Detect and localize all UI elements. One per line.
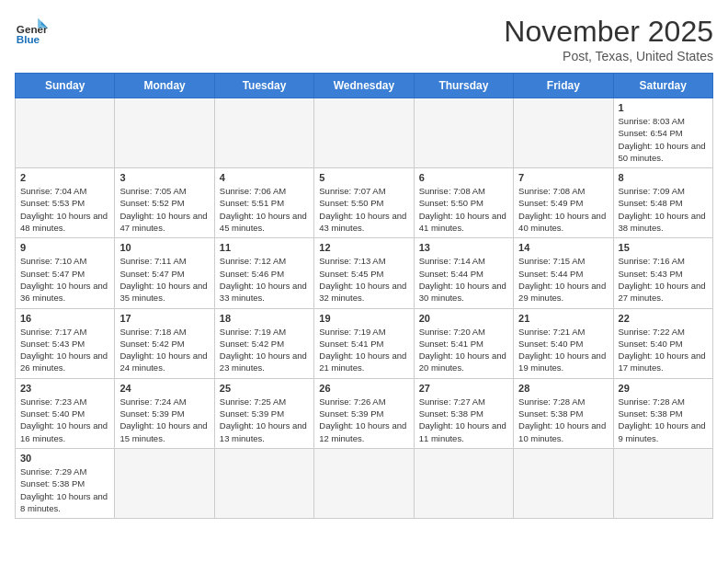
day-info: Sunrise: 7:15 AMSunset: 5:44 PMDaylight:… bbox=[518, 255, 608, 304]
calendar-day-cell: 28Sunrise: 7:28 AMSunset: 5:38 PMDayligh… bbox=[514, 378, 613, 448]
calendar-day-cell bbox=[214, 98, 313, 168]
calendar-day-cell: 2Sunrise: 7:04 AMSunset: 5:53 PMDaylight… bbox=[16, 168, 115, 238]
day-number: 7 bbox=[518, 172, 608, 183]
day-info: Sunrise: 7:08 AMSunset: 5:50 PMDaylight:… bbox=[419, 185, 508, 234]
calendar-week-row: 16Sunrise: 7:17 AMSunset: 5:43 PMDayligh… bbox=[16, 308, 713, 378]
day-number: 25 bbox=[220, 383, 309, 394]
calendar-day-cell bbox=[514, 98, 613, 168]
day-info: Sunrise: 8:03 AMSunset: 6:54 PMDaylight:… bbox=[619, 115, 708, 164]
calendar-week-row: 9Sunrise: 7:10 AMSunset: 5:47 PMDaylight… bbox=[16, 238, 713, 308]
day-number: 6 bbox=[419, 172, 508, 183]
day-number: 19 bbox=[319, 313, 408, 324]
calendar-day-cell: 20Sunrise: 7:20 AMSunset: 5:41 PMDayligh… bbox=[414, 308, 513, 378]
calendar-day-cell: 24Sunrise: 7:24 AMSunset: 5:39 PMDayligh… bbox=[115, 378, 214, 448]
calendar-day-cell: 17Sunrise: 7:18 AMSunset: 5:42 PMDayligh… bbox=[115, 308, 214, 378]
day-info: Sunrise: 7:27 AMSunset: 5:38 PMDaylight:… bbox=[419, 396, 508, 444]
calendar-day-cell: 9Sunrise: 7:10 AMSunset: 5:47 PMDaylight… bbox=[16, 238, 115, 308]
calendar-table: SundayMondayTuesdayWednesdayThursdayFrid… bbox=[15, 73, 713, 519]
day-info: Sunrise: 7:26 AMSunset: 5:39 PMDaylight:… bbox=[319, 396, 408, 444]
day-info: Sunrise: 7:08 AMSunset: 5:49 PMDaylight:… bbox=[518, 185, 608, 234]
calendar-day-cell: 1Sunrise: 8:03 AMSunset: 6:54 PMDaylight… bbox=[613, 98, 712, 168]
day-number: 2 bbox=[20, 172, 109, 183]
month-title: November 2025 bbox=[504, 15, 713, 49]
calendar-day-cell: 27Sunrise: 7:27 AMSunset: 5:38 PMDayligh… bbox=[414, 378, 513, 448]
calendar-day-cell: 7Sunrise: 7:08 AMSunset: 5:49 PMDaylight… bbox=[514, 168, 613, 238]
calendar-day-cell: 14Sunrise: 7:15 AMSunset: 5:44 PMDayligh… bbox=[514, 238, 613, 308]
calendar-day-cell bbox=[115, 448, 214, 518]
calendar-day-cell: 30Sunrise: 7:29 AMSunset: 5:38 PMDayligh… bbox=[16, 448, 115, 518]
day-info: Sunrise: 7:28 AMSunset: 5:38 PMDaylight:… bbox=[518, 396, 608, 444]
weekday-header-row: SundayMondayTuesdayWednesdayThursdayFrid… bbox=[16, 74, 713, 98]
calendar-day-cell: 13Sunrise: 7:14 AMSunset: 5:44 PMDayligh… bbox=[414, 238, 513, 308]
calendar-day-cell: 11Sunrise: 7:12 AMSunset: 5:46 PMDayligh… bbox=[214, 238, 313, 308]
day-number: 16 bbox=[20, 313, 109, 324]
day-info: Sunrise: 7:12 AMSunset: 5:46 PMDaylight:… bbox=[220, 255, 309, 304]
day-number: 14 bbox=[518, 242, 608, 253]
calendar-day-cell bbox=[16, 98, 115, 168]
calendar-day-cell: 16Sunrise: 7:17 AMSunset: 5:43 PMDayligh… bbox=[16, 308, 115, 378]
day-number: 10 bbox=[119, 242, 209, 253]
calendar-day-cell: 12Sunrise: 7:13 AMSunset: 5:45 PMDayligh… bbox=[314, 238, 414, 308]
day-info: Sunrise: 7:19 AMSunset: 5:41 PMDaylight:… bbox=[319, 326, 408, 374]
day-info: Sunrise: 7:29 AMSunset: 5:38 PMDaylight:… bbox=[20, 465, 109, 514]
calendar-day-cell: 15Sunrise: 7:16 AMSunset: 5:43 PMDayligh… bbox=[613, 238, 712, 308]
day-info: Sunrise: 7:10 AMSunset: 5:47 PMDaylight:… bbox=[20, 255, 109, 304]
calendar-day-cell: 19Sunrise: 7:19 AMSunset: 5:41 PMDayligh… bbox=[314, 308, 414, 378]
day-info: Sunrise: 7:05 AMSunset: 5:52 PMDaylight:… bbox=[119, 185, 209, 234]
weekday-header: Wednesday bbox=[314, 74, 414, 98]
calendar-week-row: 2Sunrise: 7:04 AMSunset: 5:53 PMDaylight… bbox=[16, 168, 713, 238]
day-info: Sunrise: 7:20 AMSunset: 5:41 PMDaylight:… bbox=[419, 326, 508, 374]
location: Post, Texas, United States bbox=[504, 49, 713, 63]
calendar-day-cell: 6Sunrise: 7:08 AMSunset: 5:50 PMDaylight… bbox=[414, 168, 513, 238]
calendar-week-row: 1Sunrise: 8:03 AMSunset: 6:54 PMDaylight… bbox=[16, 98, 713, 168]
calendar-day-cell: 3Sunrise: 7:05 AMSunset: 5:52 PMDaylight… bbox=[115, 168, 214, 238]
calendar-day-cell bbox=[414, 448, 513, 518]
calendar-week-row: 23Sunrise: 7:23 AMSunset: 5:40 PMDayligh… bbox=[16, 378, 713, 448]
calendar-day-cell: 23Sunrise: 7:23 AMSunset: 5:40 PMDayligh… bbox=[16, 378, 115, 448]
day-info: Sunrise: 7:18 AMSunset: 5:42 PMDaylight:… bbox=[119, 326, 209, 374]
day-number: 27 bbox=[419, 383, 508, 394]
title-area: November 2025 Post, Texas, United States bbox=[504, 15, 713, 63]
day-info: Sunrise: 7:25 AMSunset: 5:39 PMDaylight:… bbox=[220, 396, 309, 444]
day-info: Sunrise: 7:04 AMSunset: 5:53 PMDaylight:… bbox=[20, 185, 109, 234]
day-number: 23 bbox=[20, 383, 109, 394]
day-info: Sunrise: 7:19 AMSunset: 5:42 PMDaylight:… bbox=[220, 326, 309, 374]
weekday-header: Sunday bbox=[16, 74, 115, 98]
day-number: 18 bbox=[220, 313, 309, 324]
day-info: Sunrise: 7:09 AMSunset: 5:48 PMDaylight:… bbox=[619, 185, 708, 234]
calendar-day-cell: 10Sunrise: 7:11 AMSunset: 5:47 PMDayligh… bbox=[115, 238, 214, 308]
day-info: Sunrise: 7:21 AMSunset: 5:40 PMDaylight:… bbox=[518, 326, 608, 374]
calendar-week-row: 30Sunrise: 7:29 AMSunset: 5:38 PMDayligh… bbox=[16, 448, 713, 518]
calendar-day-cell: 26Sunrise: 7:26 AMSunset: 5:39 PMDayligh… bbox=[314, 378, 414, 448]
calendar-day-cell: 4Sunrise: 7:06 AMSunset: 5:51 PMDaylight… bbox=[214, 168, 313, 238]
svg-text:Blue: Blue bbox=[17, 33, 40, 45]
calendar-day-cell: 29Sunrise: 7:28 AMSunset: 5:38 PMDayligh… bbox=[613, 378, 712, 448]
day-number: 8 bbox=[619, 172, 708, 183]
day-info: Sunrise: 7:28 AMSunset: 5:38 PMDaylight:… bbox=[619, 396, 708, 444]
day-info: Sunrise: 7:17 AMSunset: 5:43 PMDaylight:… bbox=[20, 326, 109, 374]
day-info: Sunrise: 7:22 AMSunset: 5:40 PMDaylight:… bbox=[619, 326, 708, 374]
calendar-day-cell bbox=[613, 448, 712, 518]
calendar-day-cell bbox=[414, 98, 513, 168]
day-number: 22 bbox=[619, 313, 708, 324]
day-info: Sunrise: 7:07 AMSunset: 5:50 PMDaylight:… bbox=[319, 185, 408, 234]
day-number: 24 bbox=[119, 383, 209, 394]
calendar-day-cell: 5Sunrise: 7:07 AMSunset: 5:50 PMDaylight… bbox=[314, 168, 414, 238]
day-info: Sunrise: 7:11 AMSunset: 5:47 PMDaylight:… bbox=[119, 255, 209, 304]
day-number: 26 bbox=[319, 383, 408, 394]
day-number: 4 bbox=[220, 172, 309, 183]
day-info: Sunrise: 7:24 AMSunset: 5:39 PMDaylight:… bbox=[119, 396, 209, 444]
calendar-day-cell: 22Sunrise: 7:22 AMSunset: 5:40 PMDayligh… bbox=[613, 308, 712, 378]
calendar-day-cell bbox=[214, 448, 313, 518]
day-number: 1 bbox=[619, 102, 708, 113]
page-header: General Blue November 2025 Post, Texas, … bbox=[15, 15, 713, 63]
logo-icon: General Blue bbox=[15, 15, 48, 48]
day-number: 3 bbox=[119, 172, 209, 183]
day-number: 30 bbox=[20, 453, 109, 464]
calendar-day-cell: 18Sunrise: 7:19 AMSunset: 5:42 PMDayligh… bbox=[214, 308, 313, 378]
calendar-day-cell bbox=[115, 98, 214, 168]
day-number: 29 bbox=[619, 383, 708, 394]
day-number: 17 bbox=[119, 313, 209, 324]
day-info: Sunrise: 7:14 AMSunset: 5:44 PMDaylight:… bbox=[419, 255, 508, 304]
day-info: Sunrise: 7:16 AMSunset: 5:43 PMDaylight:… bbox=[619, 255, 708, 304]
